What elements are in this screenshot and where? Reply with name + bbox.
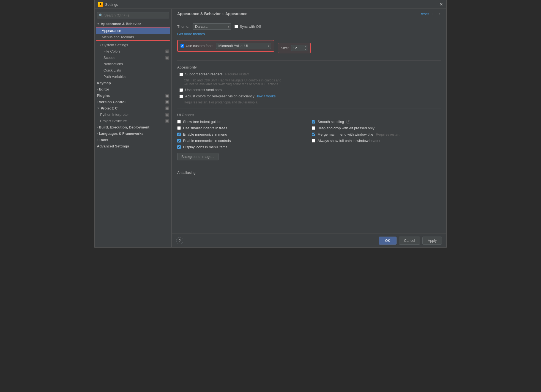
color-deficiency-checkbox[interactable] xyxy=(179,95,183,98)
get-more-themes-link[interactable]: Get more themes xyxy=(177,32,205,36)
size-label: Size: xyxy=(281,46,289,50)
chevron-right-icon-lang: › xyxy=(97,132,98,135)
sidebar-item-path-variables[interactable]: Path Variables xyxy=(95,73,171,80)
ok-button[interactable]: OK xyxy=(379,237,397,245)
smaller-indents-checkbox[interactable] xyxy=(177,126,181,130)
screen-readers-restart: Requires restart xyxy=(225,72,248,76)
background-image-button[interactable]: Background Image... xyxy=(177,153,218,160)
apply-button[interactable]: Apply xyxy=(422,237,442,245)
sidebar-item-system-settings[interactable]: › System Settings xyxy=(95,42,171,48)
smooth-scrolling-help-icon[interactable]: ? xyxy=(346,120,350,124)
drag-drop-checkbox[interactable] xyxy=(312,126,315,130)
sidebar-item-advanced[interactable]: Advanced Settings xyxy=(95,143,171,149)
divider-ui-options xyxy=(177,108,441,108)
smaller-indents-label: Use smaller indents in trees xyxy=(183,126,227,130)
help-button[interactable]: ? xyxy=(176,237,183,244)
sidebar-item-version-control[interactable]: › Version Control ▤ xyxy=(95,99,171,105)
sync-with-os-label: Sync with OS xyxy=(240,24,261,29)
sidebar-item-build[interactable]: › Build, Execution, Deployment xyxy=(95,124,171,130)
search-input[interactable] xyxy=(104,13,167,17)
mnemonics-controls-checkbox[interactable] xyxy=(177,139,181,142)
display-icons-checkbox[interactable] xyxy=(177,145,181,149)
theme-row: Theme: Darcula Sync with OS xyxy=(177,23,441,30)
size-increment-button[interactable]: ▲ xyxy=(304,45,307,48)
title-bar-left: P Settings xyxy=(98,2,118,7)
cancel-button[interactable]: Cancel xyxy=(399,237,420,245)
sidebar-item-tools[interactable]: › Tools xyxy=(95,137,171,143)
sidebar-item-project-structure[interactable]: Project Structure ▤ xyxy=(95,118,171,124)
merge-menu-restart: Requires restart xyxy=(376,133,399,136)
sidebar-item-file-colors[interactable]: File Colors ▤ xyxy=(95,48,171,54)
smooth-scrolling-label: Smooth scrolling xyxy=(318,120,344,124)
sidebar-item-editor[interactable]: › Editor xyxy=(95,86,171,92)
merge-menu-label: Merge main menu with window title Requir… xyxy=(318,132,399,136)
header-actions: Reset ← → xyxy=(419,12,441,16)
sync-with-os-checkbox[interactable] xyxy=(234,25,238,28)
content-header: Appearance & Behavior › Appearance Reset… xyxy=(172,9,446,19)
screen-readers-checkbox[interactable] xyxy=(179,73,183,76)
ui-options-grid: Show tree indent guides Smooth scrolling… xyxy=(177,120,441,149)
custom-font-checkbox-row: Use custom font: xyxy=(181,44,213,48)
sidebar-item-label-system: System Settings xyxy=(102,43,128,47)
nav-back-button[interactable]: ← xyxy=(431,12,435,16)
sidebar-section-label-build: Build, Execution, Deployment xyxy=(99,125,149,129)
sidebar-item-quick-lists[interactable]: Quick Lists xyxy=(95,67,171,73)
sidebar-item-keymap[interactable]: Keymap xyxy=(95,80,171,86)
mnemonics-menu-row: Enable mnemonics in menu xyxy=(177,132,306,136)
font-row: Use custom font: Microsoft YaHei UI Size… xyxy=(177,40,441,56)
theme-select-wrapper: Darcula xyxy=(193,23,231,30)
settings-window: P Settings ✕ 🔍 ▼ Appearance & Behavior A… xyxy=(94,0,447,248)
search-icon: 🔍 xyxy=(99,13,103,17)
sidebar-item-appearance[interactable]: Appearance xyxy=(96,28,170,34)
display-icons-row: Display icons in menu items xyxy=(177,145,306,149)
tree-indent-checkbox[interactable] xyxy=(177,120,181,124)
scopes-icon: ▤ xyxy=(165,56,169,60)
appearance-group-outline: Appearance Menus and Toolbars xyxy=(96,27,170,41)
divider-accessibility xyxy=(177,61,441,61)
reset-button[interactable]: Reset xyxy=(419,12,429,16)
chevron-right-icon-editor: › xyxy=(97,88,98,91)
dialog-footer: ? OK Cancel Apply xyxy=(172,234,446,247)
search-box[interactable]: 🔍 xyxy=(97,12,169,18)
sidebar-item-scopes[interactable]: Scopes ▤ xyxy=(95,54,171,61)
sidebar-item-python-interpreter[interactable]: Python Interpreter ▤ xyxy=(95,111,171,118)
sidebar-item-menus-toolbars[interactable]: Menus and Toolbars xyxy=(96,34,170,40)
mnemonics-menu-label: Enable mnemonics in menu xyxy=(183,132,227,136)
sidebar-section-label-advanced: Advanced Settings xyxy=(97,144,129,148)
mnemonics-menu-checkbox[interactable] xyxy=(177,133,181,136)
full-path-label: Always show full path in window header xyxy=(318,139,381,143)
merge-menu-checkbox[interactable] xyxy=(312,133,315,136)
font-select[interactable]: Microsoft YaHei UI xyxy=(216,43,271,49)
footer-left: ? xyxy=(176,237,183,244)
content-scroll: Theme: Darcula Sync with OS Get more the… xyxy=(172,19,446,234)
close-button[interactable]: ✕ xyxy=(439,2,443,7)
mnemonics-controls-row: Enable mnemonics in controls xyxy=(177,139,306,143)
tree-indent-label: Show tree indent guides xyxy=(183,120,221,124)
size-input-wrapper: ▲ ▼ xyxy=(291,45,307,51)
sidebar-item-notifications[interactable]: Notifications xyxy=(95,61,171,67)
size-decrement-button[interactable]: ▼ xyxy=(304,48,307,51)
sidebar-item-project[interactable]: ▼ Project: CI ▤ xyxy=(95,105,171,111)
antialiasing-header: Antialiasing xyxy=(177,171,441,175)
sidebar-item-plugins[interactable]: Plugins ▤ xyxy=(95,92,171,99)
sidebar-item-appearance-behavior[interactable]: ▼ Appearance & Behavior xyxy=(95,21,171,27)
smaller-indents-row: Use smaller indents in trees xyxy=(177,126,306,130)
how-it-works-link[interactable]: How it works xyxy=(255,94,276,98)
contrast-scrollbars-label: Use contrast scrollbars xyxy=(185,88,222,92)
smooth-scrolling-checkbox[interactable] xyxy=(312,120,315,124)
contrast-scrollbars-checkbox[interactable] xyxy=(179,88,183,92)
sidebar-item-label-quick-lists: Quick Lists xyxy=(103,68,121,72)
python-icon: ▤ xyxy=(165,113,169,117)
color-deficiency-desc: Requires restart. For protanopia and deu… xyxy=(184,100,441,104)
sidebar-item-label-python: Python Interpreter xyxy=(100,113,129,117)
sidebar-section-label-vc: Version Control xyxy=(99,100,125,104)
theme-select[interactable]: Darcula xyxy=(193,23,231,30)
custom-font-checkbox[interactable] xyxy=(181,44,184,48)
chevron-right-icon: › xyxy=(100,43,101,46)
nav-fwd-button[interactable]: → xyxy=(437,12,441,16)
chevron-right-icon-tools: › xyxy=(97,138,98,141)
full-path-checkbox[interactable] xyxy=(312,139,315,142)
sidebar-item-languages[interactable]: › Languages & Frameworks xyxy=(95,130,171,137)
custom-font-label: Use custom font: xyxy=(186,44,213,48)
sidebar-section-label-project: Project: CI xyxy=(101,106,119,110)
